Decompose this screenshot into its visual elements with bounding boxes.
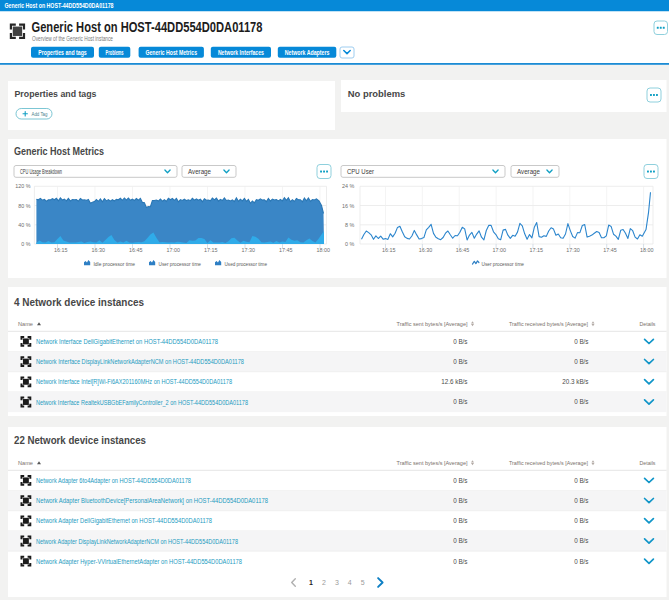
svg-text:0 B/s: 0 B/s [453,537,467,544]
svg-text:16:45: 16:45 [129,247,143,253]
svg-text:Traffic received bytes/s [Aver: Traffic received bytes/s [Average] [509,460,588,466]
svg-text:Network Interface Intel[R]Wi-F: Network Interface Intel[R]Wi-Fi6AX201160… [36,378,232,386]
svg-text:Details: Details [640,460,656,466]
svg-text:0 B/s: 0 B/s [453,398,467,405]
svg-text:Network Adapter BluetoothDevic: Network Adapter BluetoothDevice[Personal… [36,497,268,505]
svg-text:17:15: 17:15 [204,247,218,253]
svg-text:16:30: 16:30 [419,247,433,253]
svg-text:0 B/s: 0 B/s [453,497,467,504]
svg-text:0 B/s: 0 B/s [574,537,588,544]
svg-text:Generic Host Metrics: Generic Host Metrics [14,146,104,157]
svg-text:0 B/s: 0 B/s [574,558,588,565]
svg-text:17:00: 17:00 [493,247,507,253]
svg-text:0 B/s: 0 B/s [453,338,467,345]
svg-text:40 %: 40 % [18,222,30,228]
svg-text:16 %: 16 % [342,203,354,209]
svg-text:0 B/s: 0 B/s [453,358,467,365]
svg-text:120 %: 120 % [15,183,30,189]
svg-text:17:00: 17:00 [166,247,180,253]
svg-text:0 B/s: 0 B/s [574,358,588,365]
svg-text:No problems: No problems [348,88,406,99]
svg-text:Name: Name [18,321,33,327]
svg-text:Name: Name [18,460,33,466]
svg-text:22 Network device instances: 22 Network device instances [14,435,146,446]
svg-text:0 B/s: 0 B/s [453,517,467,524]
svg-text:Network Adapters: Network Adapters [285,49,330,57]
svg-text:16:30: 16:30 [91,247,105,253]
svg-text:Properties and tags: Properties and tags [38,49,87,57]
svg-text:Network Adapter 6to4Adapter on: Network Adapter 6to4Adapter on HOST-44DD… [36,477,191,485]
svg-text:12.6 kB/s: 12.6 kB/s [441,378,467,385]
svg-text:4: 4 [348,579,352,586]
svg-text:Used processor time: Used processor time [225,261,268,267]
svg-text:Overview of the Generic Host i: Overview of the Generic Host instance [32,35,113,42]
svg-text:18:00: 18:00 [640,247,654,253]
svg-text:0 %: 0 % [21,241,30,247]
svg-text:Problems: Problems [106,49,124,56]
svg-text:Generic Host on HOST-44DD554D0: Generic Host on HOST-44DD554D0DA01178 [32,18,263,35]
svg-text:Generic Host on HOST-44DD554D0: Generic Host on HOST-44DD554D0DA01178 [5,2,114,9]
svg-text:Network Interface DellGigabitE: Network Interface DellGigabitEthernet on… [36,338,218,346]
svg-text:5: 5 [361,579,365,586]
svg-text:Network Interface DisplayLinkN: Network Interface DisplayLinkNetworkAdap… [36,358,244,366]
svg-text:8 %: 8 % [345,222,354,228]
svg-text:2: 2 [322,579,326,586]
svg-text:80 %: 80 % [18,203,30,209]
svg-text:Network Interfaces: Network Interfaces [218,49,264,56]
svg-text:Traffic received bytes/s [Aver: Traffic received bytes/s [Average] [509,321,588,327]
svg-text:Traffic sent bytes/s [Average]: Traffic sent bytes/s [Average] [397,460,468,466]
svg-text:0 B/s: 0 B/s [453,558,467,565]
svg-text:0 B/s: 0 B/s [574,517,588,524]
svg-text:Idle processor time: Idle processor time [94,261,136,267]
svg-text:Generic Host Metrics: Generic Host Metrics [146,49,198,56]
svg-text:3: 3 [335,579,339,586]
svg-text:20.3 kB/s: 20.3 kB/s [562,378,588,385]
svg-text:17:30: 17:30 [566,247,580,253]
svg-text:Properties and tags: Properties and tags [15,88,97,99]
svg-text:User processor time: User processor time [159,261,202,267]
svg-text:4 Network device instances: 4 Network device instances [14,297,144,308]
svg-text:17:30: 17:30 [241,247,255,253]
svg-text:18:00: 18:00 [316,247,330,253]
svg-text:User processor time: User processor time [482,261,525,267]
svg-text:CPU User: CPU User [347,168,375,175]
svg-text:0 B/s: 0 B/s [574,477,588,484]
svg-text:Network Adapter DellGigabitEth: Network Adapter DellGigabitEthernet on H… [36,517,212,525]
svg-text:17:45: 17:45 [279,247,293,253]
svg-text:17:45: 17:45 [603,247,617,253]
svg-text:0 B/s: 0 B/s [574,497,588,504]
svg-text:0 B/s: 0 B/s [574,338,588,345]
svg-text:0 B/s: 0 B/s [453,477,467,484]
svg-text:16:45: 16:45 [456,247,470,253]
svg-text:0 B/s: 0 B/s [574,398,588,405]
svg-text:CPU Usage Breakdown: CPU Usage Breakdown [20,168,62,176]
svg-text:0 %: 0 % [345,241,354,247]
svg-text:Network Adapter DisplayLinkNet: Network Adapter DisplayLinkNetworkAdapte… [36,538,238,546]
svg-text:16:15: 16:15 [382,247,396,253]
svg-text:Average: Average [188,168,211,176]
svg-text:17:15: 17:15 [529,247,543,253]
svg-text:Network Adapter Hyper-VVirtual: Network Adapter Hyper-VVirtualEthernetAd… [36,558,242,566]
svg-text:Traffic sent bytes/s [Average]: Traffic sent bytes/s [Average] [397,321,468,327]
svg-text:1: 1 [309,579,313,586]
svg-text:Details: Details [640,321,656,327]
svg-text:Average: Average [517,168,540,176]
svg-text:Add Tag: Add Tag [32,111,48,117]
svg-text:Network Interface RealtekUSBGb: Network Interface RealtekUSBGbEFamilyCon… [36,399,248,407]
svg-text:24 %: 24 % [342,183,354,189]
svg-text:16:15: 16:15 [54,247,68,253]
